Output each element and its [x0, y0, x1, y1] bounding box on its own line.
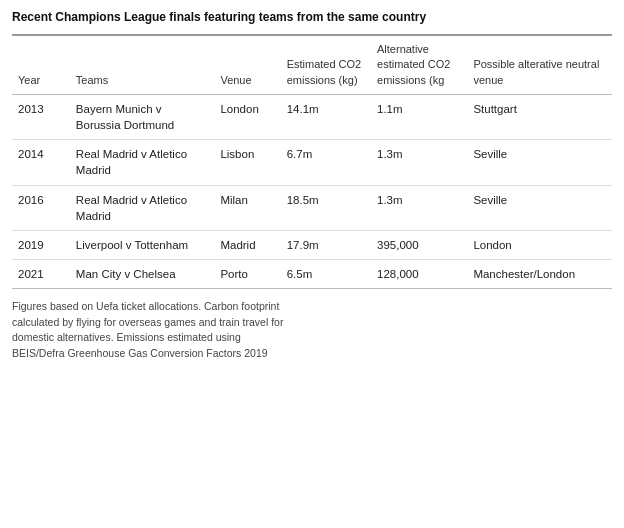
cell-co2: 14.1m	[281, 95, 371, 140]
col-header-year: Year	[12, 35, 70, 95]
cell-neutral: Manchester/London	[467, 259, 612, 288]
table-row: 2019Liverpool v TottenhamMadrid17.9m395,…	[12, 230, 612, 259]
cell-co2: 17.9m	[281, 230, 371, 259]
cell-neutral: Seville	[467, 185, 612, 230]
table-row: 2021Man City v ChelseaPorto6.5m128,000Ma…	[12, 259, 612, 288]
table-row: 2016Real Madrid v Atletico MadridMilan18…	[12, 185, 612, 230]
cell-teams: Real Madrid v Atletico Madrid	[70, 140, 215, 185]
col-header-alt-co2: Alternative estimated CO2 emissions (kg	[371, 35, 467, 95]
cell-venue: Porto	[214, 259, 280, 288]
cell-year: 2014	[12, 140, 70, 185]
col-header-neutral: Possible alterative neutral venue	[467, 35, 612, 95]
cell-teams: Man City v Chelsea	[70, 259, 215, 288]
cell-neutral: London	[467, 230, 612, 259]
col-header-teams: Teams	[70, 35, 215, 95]
cell-year: 2013	[12, 95, 70, 140]
cell-co2: 6.7m	[281, 140, 371, 185]
table-row: 2014Real Madrid v Atletico MadridLisbon6…	[12, 140, 612, 185]
cell-alt_co2: 1.3m	[371, 185, 467, 230]
table-header-row: Year Teams Venue Estimated CO2 emissions…	[12, 35, 612, 95]
cell-year: 2021	[12, 259, 70, 288]
cell-venue: London	[214, 95, 280, 140]
cell-venue: Madrid	[214, 230, 280, 259]
cell-alt_co2: 1.1m	[371, 95, 467, 140]
cell-alt_co2: 128,000	[371, 259, 467, 288]
cell-teams: Bayern Munich v Borussia Dortmund	[70, 95, 215, 140]
cell-teams: Real Madrid v Atletico Madrid	[70, 185, 215, 230]
cell-neutral: Seville	[467, 140, 612, 185]
cell-co2: 6.5m	[281, 259, 371, 288]
cell-neutral: Stuttgart	[467, 95, 612, 140]
cell-year: 2019	[12, 230, 70, 259]
cell-year: 2016	[12, 185, 70, 230]
cell-venue: Milan	[214, 185, 280, 230]
table-title: Recent Champions League finals featuring…	[12, 10, 612, 24]
table-row: 2013Bayern Munich v Borussia DortmundLon…	[12, 95, 612, 140]
footnote: Figures based on Uefa ticket allocations…	[12, 299, 292, 362]
col-header-co2: Estimated CO2 emissions (kg)	[281, 35, 371, 95]
cell-alt_co2: 1.3m	[371, 140, 467, 185]
cell-co2: 18.5m	[281, 185, 371, 230]
cell-teams: Liverpool v Tottenham	[70, 230, 215, 259]
cell-alt_co2: 395,000	[371, 230, 467, 259]
main-table: Year Teams Venue Estimated CO2 emissions…	[12, 34, 612, 289]
col-header-venue: Venue	[214, 35, 280, 95]
cell-venue: Lisbon	[214, 140, 280, 185]
